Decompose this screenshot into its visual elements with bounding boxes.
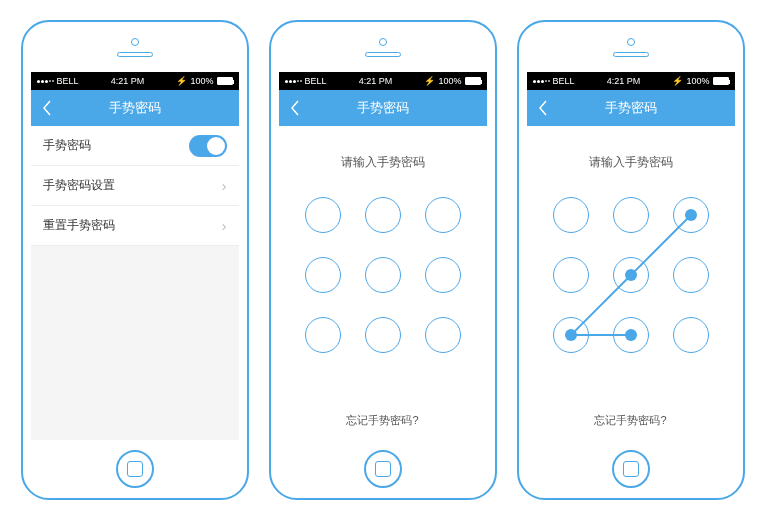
status-right: ⚡ 100%: [672, 76, 728, 86]
clock-label: 4:21 PM: [607, 76, 641, 86]
status-bar: BELL 4:21 PM ⚡ 100%: [279, 72, 487, 90]
back-button[interactable]: [535, 100, 551, 116]
chevron-right-icon: ›: [222, 218, 227, 234]
pattern-grid[interactable]: [303, 195, 463, 355]
pattern-dot[interactable]: [613, 197, 649, 233]
carrier-label: BELL: [305, 76, 327, 86]
pattern-dot[interactable]: [425, 197, 461, 233]
battery-icon: [713, 77, 729, 85]
clock-label: 4:21 PM: [111, 76, 145, 86]
pattern-dot[interactable]: [553, 317, 589, 353]
status-right: ⚡ 100%: [176, 76, 232, 86]
nav-bar: 手势密码: [279, 90, 487, 126]
battery-icon: [465, 77, 481, 85]
phone-screen: BELL 4:21 PM ⚡ 100% 手势密码 手势密码: [31, 72, 239, 440]
row-reset-gesture[interactable]: 重置手势密码 ›: [31, 206, 239, 246]
battery-icon: [217, 77, 233, 85]
pattern-dot[interactable]: [613, 317, 649, 353]
pattern-dot[interactable]: [365, 197, 401, 233]
chevron-left-icon: [538, 100, 548, 116]
row-label: 手势密码设置: [43, 177, 115, 194]
pattern-dot[interactable]: [365, 257, 401, 293]
pattern-dot[interactable]: [613, 257, 649, 293]
status-bar: BELL 4:21 PM ⚡ 100%: [527, 72, 735, 90]
carrier-label: BELL: [553, 76, 575, 86]
pattern-dot[interactable]: [305, 317, 341, 353]
row-label: 重置手势密码: [43, 217, 115, 234]
camera-icon: [131, 38, 139, 46]
chevron-left-icon: [42, 100, 52, 116]
nav-bar: 手势密码: [31, 90, 239, 126]
home-button[interactable]: [116, 450, 154, 488]
pattern-dot[interactable]: [553, 197, 589, 233]
battery-pct: 100%: [190, 76, 213, 86]
phone-screen: BELL 4:21 PM ⚡ 100% 手势密码 请输入手势密码 忘记手势密码?: [279, 72, 487, 440]
status-left: BELL: [37, 76, 79, 86]
forgot-link[interactable]: 忘记手势密码?: [527, 413, 735, 428]
pattern-dot[interactable]: [305, 257, 341, 293]
signal-dots-icon: [37, 80, 54, 83]
signal-dots-icon: [533, 80, 550, 83]
speaker-icon: [613, 52, 649, 57]
bluetooth-icon: ⚡: [176, 76, 187, 86]
settings-list: 手势密码 手势密码设置 › 重置手势密码 ›: [31, 126, 239, 246]
nav-title: 手势密码: [527, 99, 735, 117]
phone-bezel-top: [519, 22, 743, 72]
back-button[interactable]: [39, 100, 55, 116]
row-gesture-toggle[interactable]: 手势密码: [31, 126, 239, 166]
status-bar: BELL 4:21 PM ⚡ 100%: [31, 72, 239, 90]
pattern-dot[interactable]: [673, 317, 709, 353]
row-label: 手势密码: [43, 137, 91, 154]
pattern-dot[interactable]: [425, 317, 461, 353]
row-gesture-settings[interactable]: 手势密码设置 ›: [31, 166, 239, 206]
camera-icon: [379, 38, 387, 46]
status-left: BELL: [533, 76, 575, 86]
phone-pattern-drawn: BELL 4:21 PM ⚡ 100% 手势密码 请输入手势密码 忘记手势密码?: [517, 20, 745, 500]
phone-pattern-empty: BELL 4:21 PM ⚡ 100% 手势密码 请输入手势密码 忘记手势密码?: [269, 20, 497, 500]
phone-bezel-top: [23, 22, 247, 72]
pattern-dot[interactable]: [673, 197, 709, 233]
bluetooth-icon: ⚡: [672, 76, 683, 86]
nav-title: 手势密码: [31, 99, 239, 117]
pattern-dot[interactable]: [553, 257, 589, 293]
battery-pct: 100%: [686, 76, 709, 86]
signal-dots-icon: [285, 80, 302, 83]
status-right: ⚡ 100%: [424, 76, 480, 86]
pattern-dot[interactable]: [305, 197, 341, 233]
back-button[interactable]: [287, 100, 303, 116]
toggle-switch[interactable]: [189, 135, 227, 157]
pattern-dot[interactable]: [425, 257, 461, 293]
camera-icon: [627, 38, 635, 46]
chevron-right-icon: ›: [222, 178, 227, 194]
clock-label: 4:21 PM: [359, 76, 393, 86]
home-button[interactable]: [612, 450, 650, 488]
speaker-icon: [365, 52, 401, 57]
speaker-icon: [117, 52, 153, 57]
pattern-prompt: 请输入手势密码: [527, 154, 735, 171]
bluetooth-icon: ⚡: [424, 76, 435, 86]
nav-bar: 手势密码: [527, 90, 735, 126]
phone-screen: BELL 4:21 PM ⚡ 100% 手势密码 请输入手势密码 忘记手势密码?: [527, 72, 735, 440]
status-left: BELL: [285, 76, 327, 86]
pattern-grid[interactable]: [551, 195, 711, 355]
home-button[interactable]: [364, 450, 402, 488]
carrier-label: BELL: [57, 76, 79, 86]
forgot-link[interactable]: 忘记手势密码?: [279, 413, 487, 428]
chevron-left-icon: [290, 100, 300, 116]
phone-settings: BELL 4:21 PM ⚡ 100% 手势密码 手势密码: [21, 20, 249, 500]
pattern-prompt: 请输入手势密码: [279, 154, 487, 171]
phone-bezel-top: [271, 22, 495, 72]
battery-pct: 100%: [438, 76, 461, 86]
phone-mockups: BELL 4:21 PM ⚡ 100% 手势密码 手势密码: [20, 20, 745, 500]
nav-title: 手势密码: [279, 99, 487, 117]
pattern-dot[interactable]: [365, 317, 401, 353]
pattern-dot[interactable]: [673, 257, 709, 293]
